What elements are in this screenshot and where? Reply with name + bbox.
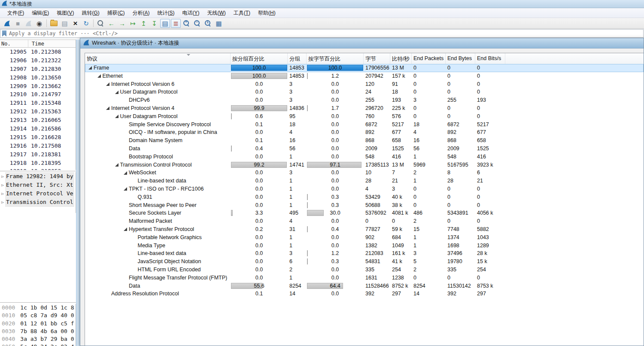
protocol-row[interactable]: Internet Protocol Version 60.030.0120910… (85, 80, 644, 88)
column-header-8[interactable]: End Bits/s (475, 53, 505, 64)
protocol-row[interactable]: Q.9310.010.35342940 k000 (85, 193, 644, 201)
menu-item[interactable]: 跳转(G) (78, 8, 103, 18)
packet-row[interactable]: 1291810.218395 (0, 159, 76, 167)
menu-item[interactable]: 统计(S) (153, 8, 178, 18)
protocol-row[interactable]: Flight Message Transfer Protocol (FMTP)0… (85, 274, 644, 282)
expanded-arrow-icon[interactable] (97, 74, 101, 78)
packet-row[interactable]: 1290510.212308 (0, 48, 76, 56)
column-header-2[interactable]: 分组 (288, 53, 307, 64)
display-filter-input[interactable]: Apply a display filter ··· <Ctrl-/> (0, 29, 644, 38)
menu-item[interactable]: 文件(F) (3, 8, 28, 18)
menu-item[interactable]: 工具(T) (230, 8, 254, 18)
packet-list[interactable]: 1290510.2123081290610.2123221290710.2128… (0, 48, 76, 170)
expanded-arrow-icon[interactable] (124, 171, 127, 175)
packet-row[interactable]: 1290710.212830 (0, 65, 76, 73)
column-header-6[interactable]: End Packets (412, 53, 446, 64)
protocol-row[interactable]: Address Resolution Protocol0.1140.039229… (85, 290, 644, 298)
stop-capture-icon[interactable]: ■ (13, 19, 23, 28)
resize-columns-icon[interactable]: ▦ (214, 19, 224, 28)
expand-arrow-slot[interactable] (114, 91, 119, 94)
expand-arrow-slot[interactable] (123, 228, 128, 231)
zoom-in-icon[interactable]: + (182, 19, 191, 28)
open-file-icon[interactable] (49, 19, 59, 28)
menu-item[interactable]: 编辑(E) (28, 8, 53, 18)
packet-list-scrollbar[interactable] (76, 39, 80, 346)
column-header-no[interactable]: No. (0, 40, 28, 47)
packet-row[interactable]: 1291710.218381 (0, 150, 76, 159)
protocol-row[interactable]: DHCPv60.030.02551933255193 (85, 96, 644, 104)
expand-arrow-slot[interactable] (123, 187, 128, 191)
expand-arrow-slot[interactable] (105, 82, 110, 86)
protocol-row[interactable]: Line-based text data0.010.0282112821 (85, 177, 644, 185)
protocol-row[interactable]: Data55.6825464.4115284668752 k8254115301… (85, 282, 644, 290)
expanded-arrow-icon[interactable] (115, 91, 118, 94)
protocol-row[interactable]: OICQ - IM software, popular in China0.04… (85, 128, 644, 137)
protocol-row[interactable]: Media Type0.010.013821049116981289 (85, 242, 644, 250)
expand-arrow-slot[interactable] (88, 66, 93, 70)
start-capture-icon[interactable] (2, 19, 12, 28)
packet-row[interactable]: 1291910.219052 (0, 167, 76, 170)
filter-bookmark-icon[interactable] (2, 30, 6, 36)
protocol-row[interactable]: Frame100.014853100.01790655613 M000 (85, 64, 644, 72)
packet-row[interactable]: 1291010.214797 (0, 90, 76, 99)
packet-row[interactable]: 1291310.216065 (0, 116, 76, 124)
column-header-time[interactable]: Time (28, 40, 44, 47)
expand-arrow-slot[interactable] (105, 106, 110, 110)
hex-row[interactable]: 002001 12 01 bb c5 f (0, 320, 76, 328)
packet-bytes-pane[interactable]: 00001c 1b 0d 15 1c 8001005 c8 7a d9 40 0… (0, 304, 76, 346)
expanded-arrow-icon[interactable] (106, 82, 109, 86)
protocol-row[interactable]: JavaScript Object Notation0.060.35483141… (85, 258, 644, 266)
expand-arrow-slot[interactable] (97, 74, 102, 78)
protocol-row[interactable]: Line-based text data0.031.2212083161 k33… (85, 249, 644, 258)
menu-item[interactable]: 分析(A) (128, 8, 153, 18)
expanded-arrow-icon[interactable] (106, 106, 109, 110)
protocol-row[interactable]: Short Message Peer to Peer0.010.35068838… (85, 201, 644, 209)
zoom-original-icon[interactable]: 1 (203, 19, 213, 28)
expand-arrow-slot[interactable] (123, 171, 128, 175)
menu-item[interactable]: 捕获(C) (103, 8, 129, 18)
protocol-row[interactable]: Data0.4560.0200915255620091525 (85, 145, 644, 153)
menu-item[interactable]: 无线(W) (203, 8, 229, 18)
packet-row[interactable]: 1290910.213662 (0, 82, 76, 91)
protocol-row[interactable]: Ethernet100.0148531.2207942157 k000 (85, 72, 644, 80)
collapsed-arrow-icon[interactable]: ▷ (0, 198, 5, 206)
column-header-4[interactable]: 字节 (364, 53, 390, 64)
protocol-row[interactable]: Portable Network Graphics0.010.090268411… (85, 234, 644, 242)
protocol-row[interactable]: User Datagram Protocol0.6950.0760576000 (85, 112, 644, 121)
detail-row[interactable]: ▷Ethernet II, Src: Xt (0, 181, 76, 189)
expand-arrow-slot[interactable] (114, 115, 119, 118)
protocol-row[interactable]: Malformed Packet0.040.000200 (85, 217, 644, 225)
menu-item[interactable]: 视图(V) (53, 8, 78, 18)
protocol-row[interactable]: WebSocket0.030.0107286 (85, 169, 644, 177)
detail-row[interactable]: ▷Frame 12982: 1494 by (0, 172, 76, 181)
collapsed-arrow-icon[interactable]: ▷ (0, 189, 5, 198)
packet-row[interactable]: 1291110.215348 (0, 99, 76, 107)
reload-icon[interactable]: ↻ (81, 19, 91, 28)
menu-item[interactable]: 帮助(H) (254, 8, 279, 18)
packet-row[interactable]: 1291510.216628 (0, 133, 76, 142)
protocol-row[interactable]: TPKT - ISO on TCP - RFC10060.010.043000 (85, 185, 644, 193)
column-header-3[interactable]: 按字节百分比 (307, 53, 364, 64)
hex-row[interactable]: 001005 c8 7a d9 40 0 (0, 312, 76, 319)
collapsed-arrow-icon[interactable]: ▷ (0, 181, 5, 189)
expanded-arrow-icon[interactable] (124, 228, 127, 231)
detail-row[interactable]: ▷Internet Protocol Ve (0, 189, 76, 198)
packet-row[interactable]: 1290610.212322 (0, 56, 76, 65)
zoom-out-icon[interactable]: − (192, 19, 202, 28)
expanded-arrow-icon[interactable] (88, 66, 92, 70)
column-header-5[interactable]: 比特/秒 (390, 53, 412, 64)
packet-row[interactable]: 1291610.217508 (0, 142, 76, 150)
protocol-row[interactable]: Simple Service Discovery Protocol0.1180.… (85, 121, 644, 129)
hex-row[interactable]: 00403a a3 b7 29 ba 0 (0, 335, 76, 343)
pane-splitter[interactable] (0, 302, 80, 303)
save-file-icon[interactable]: ▤ (60, 19, 70, 28)
protocol-row[interactable]: User Datagram Protocol0.030.02418000 (85, 88, 644, 96)
protocol-row[interactable]: Hypertext Transfer Protocol0.2310.477827… (85, 225, 644, 234)
find-packet-icon[interactable] (96, 19, 106, 28)
collapsed-arrow-icon[interactable]: ▷ (0, 172, 5, 181)
go-to-packet-icon[interactable]: ↦ (128, 19, 138, 28)
packet-row[interactable]: 1291210.215363 (0, 107, 76, 116)
detail-row[interactable]: ▷Transmission Control (0, 198, 76, 206)
column-header-0[interactable]: 协议 (85, 53, 231, 64)
capture-options-icon[interactable]: ◉ (34, 19, 44, 28)
